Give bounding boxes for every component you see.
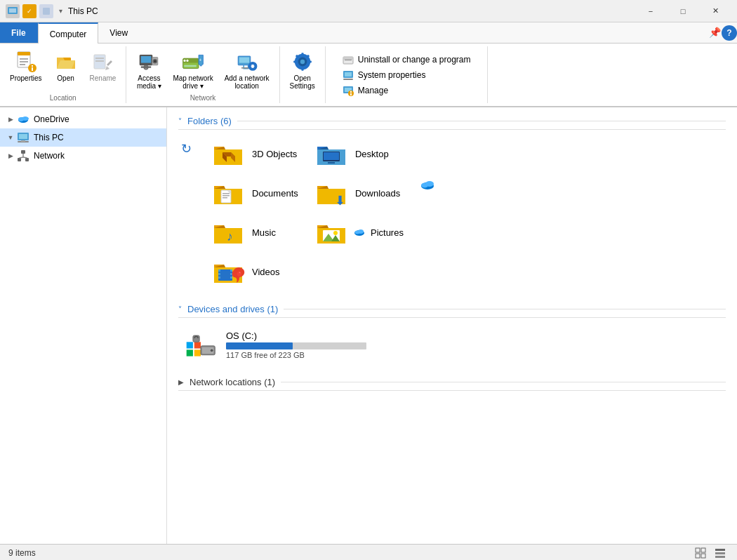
system-items: Uninstall or change a program System pro… bbox=[331, 48, 482, 102]
pin-ribbon-button[interactable]: 📌 bbox=[708, 25, 722, 39]
folder-downloads-label: Downloads bbox=[355, 188, 400, 199]
ribbon-tabs: File Computer View 📌 ? bbox=[0, 22, 737, 44]
folder-downloads[interactable]: ⬇ Downloads bbox=[309, 175, 409, 211]
folder-music[interactable]: ♪ Music bbox=[206, 214, 306, 251]
thispc-label: This PC bbox=[34, 133, 64, 142]
pictures-cloud-icon-area bbox=[354, 228, 365, 236]
system-properties-button[interactable]: System properties bbox=[340, 68, 474, 82]
map-network-drive-button[interactable]: + Map networkdrive ▾ bbox=[168, 48, 217, 93]
open-settings-button[interactable]: OpenSettings bbox=[286, 48, 319, 93]
svg-rect-116 bbox=[696, 554, 700, 558]
help-button[interactable]: ? bbox=[722, 25, 737, 41]
drive-os-c[interactable]: OS (C:) 117 GB free of 223 GB bbox=[178, 324, 726, 366]
folder-documents-label: Documents bbox=[252, 188, 298, 199]
window-title: This PC bbox=[68, 6, 635, 16]
svg-text:+: + bbox=[199, 58, 202, 62]
folder-videos[interactable]: 🎈 Videos bbox=[206, 253, 306, 290]
tiles-view-button[interactable] bbox=[712, 546, 729, 560]
folder-desktop[interactable]: Desktop bbox=[309, 135, 409, 172]
quick-access-icon1[interactable]: ✓ bbox=[22, 4, 36, 18]
network-locations-title: Network locations (1) bbox=[190, 377, 275, 387]
open-button[interactable]: Open bbox=[49, 48, 83, 85]
folders-section-line bbox=[237, 121, 726, 121]
add-network-location-button[interactable]: Add a networklocation bbox=[220, 48, 274, 93]
svg-rect-18 bbox=[141, 56, 151, 63]
svg-rect-107 bbox=[194, 342, 201, 348]
devices-chevron[interactable]: ˅ bbox=[178, 305, 182, 313]
svg-rect-69 bbox=[214, 149, 242, 165]
nav-item-thispc[interactable]: ▼ This PC bbox=[0, 128, 166, 147]
svg-text:✓: ✓ bbox=[27, 8, 32, 15]
properties-button[interactable]: Properties bbox=[6, 48, 46, 85]
explorer-icon bbox=[6, 4, 20, 18]
nav-item-onedrive[interactable]: ▶ OneDrive bbox=[0, 110, 166, 128]
svg-point-105 bbox=[425, 181, 434, 187]
svg-rect-12 bbox=[32, 67, 33, 71]
svg-point-23 bbox=[154, 60, 157, 62]
svg-rect-60 bbox=[19, 134, 27, 139]
folder-documents[interactable]: Documents bbox=[206, 175, 306, 211]
svg-rect-96 bbox=[218, 269, 220, 272]
properties-label: Properties bbox=[10, 74, 42, 82]
svg-rect-119 bbox=[715, 552, 725, 554]
svg-rect-101 bbox=[230, 276, 232, 279]
rename-icon bbox=[91, 51, 114, 73]
manage-icon bbox=[343, 85, 354, 96]
location-buttons: Properties Open bbox=[6, 48, 120, 93]
ribbon-group-settings: OpenSettings bbox=[280, 46, 326, 103]
tab-computer[interactable]: Computer bbox=[38, 22, 99, 44]
network-expand[interactable]: ▶ bbox=[6, 151, 15, 161]
svg-rect-55 bbox=[350, 93, 352, 95]
tab-view[interactable]: View bbox=[98, 22, 140, 43]
network-locations-chevron[interactable]: ▶ bbox=[178, 378, 184, 386]
maximize-button[interactable]: □ bbox=[667, 0, 699, 22]
thispc-expand[interactable]: ▼ bbox=[6, 133, 15, 142]
drive-name: OS (C:) bbox=[226, 331, 366, 341]
folder-pictures[interactable]: Pictures bbox=[309, 214, 409, 251]
ribbon-group-network: Accessmedia ▾ + bbox=[126, 46, 279, 103]
svg-rect-46 bbox=[343, 57, 353, 60]
folder-music-icon: ♪ bbox=[211, 218, 245, 246]
nav-item-network[interactable]: ▶ Network bbox=[0, 147, 166, 165]
rename-button[interactable]: Rename bbox=[86, 48, 121, 85]
svg-rect-11 bbox=[32, 65, 33, 67]
uninstall-button[interactable]: Uninstall or change a program bbox=[340, 53, 474, 67]
location-group-label: Location bbox=[50, 93, 77, 102]
network-locations-header[interactable]: ▶ Network locations (1) bbox=[178, 374, 726, 391]
svg-rect-97 bbox=[218, 273, 220, 275]
access-media-icon bbox=[138, 51, 160, 73]
svg-rect-8 bbox=[20, 61, 28, 62]
close-button[interactable]: ✕ bbox=[699, 0, 731, 22]
manage-button[interactable]: Manage bbox=[340, 84, 474, 98]
svg-rect-76 bbox=[324, 152, 339, 160]
folders-section-header[interactable]: ˅ Folders (6) bbox=[178, 113, 726, 130]
folders-section-title[interactable]: Folders (6) bbox=[187, 116, 232, 126]
details-view-button[interactable] bbox=[692, 546, 709, 560]
svg-rect-62 bbox=[21, 140, 25, 142]
svg-rect-63 bbox=[21, 150, 25, 154]
onedrive-expand[interactable]: ▶ bbox=[6, 114, 15, 124]
access-media-button[interactable]: Accessmedia ▾ bbox=[132, 48, 166, 93]
folder-desktop-label: Desktop bbox=[355, 149, 389, 159]
nav-pane: ▶ OneDrive ▼ This PC bbox=[0, 107, 167, 544]
map-network-drive-icon: + bbox=[182, 51, 204, 73]
quick-access-arrow[interactable]: ▾ bbox=[59, 7, 62, 15]
tab-file[interactable]: File bbox=[0, 22, 38, 43]
folder-music-label: Music bbox=[252, 227, 276, 238]
add-network-location-icon bbox=[236, 51, 258, 73]
main-area: ▶ OneDrive ▼ This PC bbox=[0, 107, 737, 544]
folders-chevron[interactable]: ˅ bbox=[178, 117, 182, 125]
svg-rect-39 bbox=[301, 53, 303, 56]
svg-rect-80 bbox=[223, 193, 230, 194]
manage-label: Manage bbox=[358, 86, 388, 95]
devices-section-title[interactable]: Devices and drives (1) bbox=[187, 304, 278, 314]
quick-access-icon2[interactable] bbox=[39, 4, 53, 18]
minimize-button[interactable]: − bbox=[635, 0, 667, 22]
devices-section-header[interactable]: ˅ Devices and drives (1) bbox=[178, 301, 726, 318]
refresh-button[interactable]: ↻ bbox=[181, 141, 192, 156]
folder-3d-objects[interactable]: 3D Objects bbox=[206, 135, 306, 172]
devices-section: ˅ Devices and drives (1) bbox=[167, 295, 737, 371]
svg-point-112 bbox=[211, 349, 213, 352]
status-bar: 9 items bbox=[0, 544, 737, 560]
title-bar: ✓ ▾ This PC − □ ✕ bbox=[0, 0, 737, 22]
